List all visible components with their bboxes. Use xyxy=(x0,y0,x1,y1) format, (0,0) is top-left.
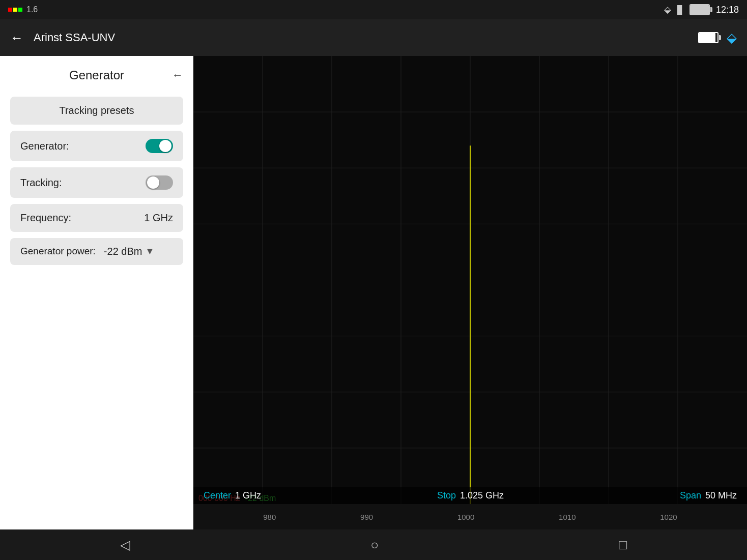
generator-toggle[interactable] xyxy=(146,139,173,153)
status-bar-left: 1.6 xyxy=(8,5,38,14)
span-info: Span 50 MHz xyxy=(680,490,737,501)
sidebar-back-button[interactable]: ← xyxy=(172,69,183,82)
tracking-presets-button[interactable]: Tracking presets xyxy=(10,97,183,125)
spectrum-chart: 000 000 Hz -22 dBm 980 990 1000 1010 102… xyxy=(193,56,747,529)
app-bar: ← Arinst SSA-UNV ⬙ xyxy=(0,19,747,56)
span-label: Span xyxy=(680,490,701,501)
sidebar-panel: Generator ← Tracking presets Generator: … xyxy=(0,56,193,529)
status-bar: 1.6 ⬙ ▊ 12:18 xyxy=(0,0,747,19)
generator-toggle-row: Generator: xyxy=(10,131,183,161)
app-version: 1.6 xyxy=(26,5,38,14)
signal-strength-icon: ▊ xyxy=(677,5,683,15)
stop-value: 1.025 GHz xyxy=(460,490,504,501)
signal-icon xyxy=(8,8,22,12)
center-info: Center 1 GHz xyxy=(204,490,261,501)
center-label: Center xyxy=(204,490,231,501)
stop-info: Stop 1.025 GHz xyxy=(437,490,504,501)
tracking-toggle-knob xyxy=(147,176,159,189)
freq-axis-bar: 980 990 1000 1010 1020 xyxy=(193,504,747,529)
main-content: Generator ← Tracking presets Generator: … xyxy=(0,56,747,529)
status-time: 12:18 xyxy=(716,5,739,15)
freq-tick-1010: 1010 xyxy=(559,513,576,521)
tracking-presets-label: Tracking presets xyxy=(59,105,134,116)
span-value: 50 MHz xyxy=(705,490,737,501)
nav-bar: ◁ ○ □ xyxy=(0,529,747,560)
frequency-row[interactable]: Frequency: 1 GHz xyxy=(10,204,183,232)
generator-toggle-knob xyxy=(159,140,171,152)
app-bar-back-button[interactable]: ← xyxy=(10,30,23,46)
battery-icon xyxy=(689,4,710,15)
freq-tick-1000: 1000 xyxy=(457,513,474,521)
nav-home-button[interactable]: ○ xyxy=(350,533,399,557)
generator-label: Generator: xyxy=(20,140,69,152)
status-bar-right: ⬙ ▊ 12:18 xyxy=(664,4,739,15)
chart-grid-svg xyxy=(193,56,747,504)
bluetooth-icon: ⬙ xyxy=(664,4,671,15)
bottom-info-bar: Center 1 GHz Stop 1.025 GHz Span 50 MHz xyxy=(193,487,747,504)
freq-tick-980: 980 xyxy=(263,513,276,521)
generator-power-row[interactable]: Generator power: -22 dBm ▼ xyxy=(10,238,183,265)
sidebar-title: Generator xyxy=(69,68,124,82)
generator-power-select[interactable]: -22 dBm ▼ xyxy=(104,246,154,257)
tracking-toggle[interactable] xyxy=(146,175,173,190)
freq-tick-990: 990 xyxy=(360,513,373,521)
frequency-value: 1 GHz xyxy=(144,212,173,224)
app-bar-bluetooth-icon: ⬙ xyxy=(727,30,737,46)
battery-fill xyxy=(691,5,709,14)
sidebar-header: Generator ← xyxy=(10,68,183,82)
dropdown-arrow-icon: ▼ xyxy=(145,246,154,257)
generator-power-value: -22 dBm xyxy=(104,246,142,257)
nav-back-button[interactable]: ◁ xyxy=(100,533,151,557)
app-bar-title: Arinst SSA-UNV xyxy=(34,31,115,44)
frequency-label: Frequency: xyxy=(20,212,71,224)
freq-ticks: 980 990 1000 1010 1020 xyxy=(193,513,747,521)
tracking-label: Tracking: xyxy=(20,177,62,189)
stop-label: Stop xyxy=(437,490,456,501)
freq-tick-1020: 1020 xyxy=(660,513,677,521)
app-bar-battery-fill xyxy=(699,33,715,42)
tracking-toggle-row: Tracking: xyxy=(10,167,183,198)
nav-recents-button[interactable]: □ xyxy=(598,533,647,557)
app-bar-icons: ⬙ xyxy=(698,30,737,46)
app-bar-battery-icon xyxy=(698,32,719,43)
center-value: 1 GHz xyxy=(235,490,261,501)
generator-power-label: Generator power: xyxy=(20,245,96,258)
